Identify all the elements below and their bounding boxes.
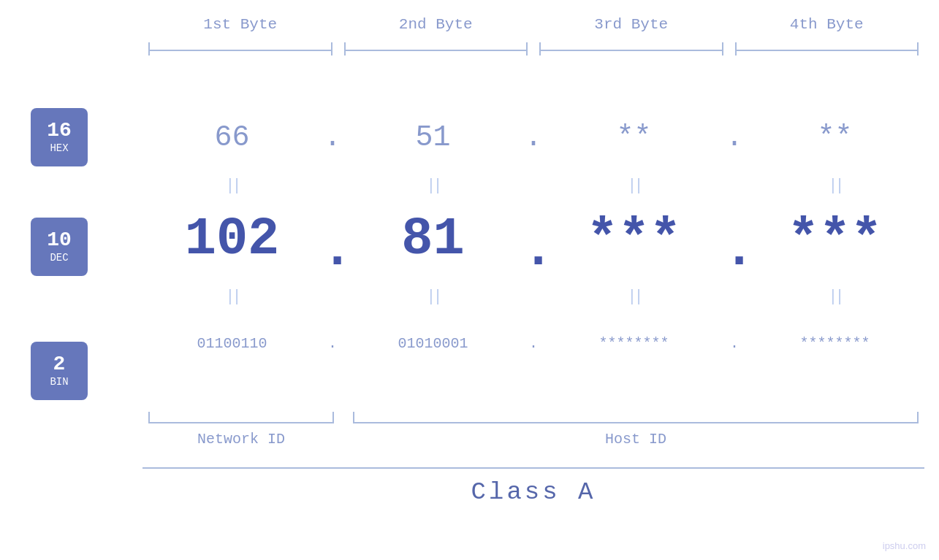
bin-dot3: . [723,335,745,352]
hex-b1: 66 [142,121,322,154]
page: 1st Byte 2nd Byte 3rd Byte 4th Byte [0,0,939,560]
bin-b1: 01100110 [142,335,322,352]
class-bracket-line [142,467,924,469]
dec-dot1: . [322,199,343,280]
dec-dot3: . [723,199,745,280]
hex-b2: 51 [343,121,522,154]
eq8: || [745,288,924,306]
dec-b3: *** [544,210,723,269]
byte2-header: 2nd Byte [338,16,534,33]
hex-b3: ** [544,121,723,154]
eq4: || [745,177,924,195]
bin-badge-num: 2 [53,354,66,375]
hex-b4: ** [745,121,924,154]
bin-badge-label: BIN [50,376,68,388]
bin-b3: ******** [544,335,723,352]
eq1: || [142,177,322,195]
dec-b1: 102 [142,210,322,269]
bin-b4: ******** [745,335,924,352]
eq6: || [343,288,522,306]
bin-dot2: . [522,335,544,352]
hex-badge-label: HEX [50,142,68,154]
byte3-header: 3rd Byte [533,16,729,33]
class-label: Class A [142,478,924,506]
host-id-label: Host ID [347,431,924,448]
dec-badge: 10 DEC [31,218,88,276]
dec-dot2: . [522,199,544,280]
dec-badge-label: DEC [50,252,68,264]
dec-b4: *** [745,210,924,269]
dec-badge-num: 10 [47,230,72,250]
byte1-header: 1st Byte [142,16,338,33]
hex-badge: 16 HEX [31,108,88,166]
hex-dot3: . [723,121,745,154]
network-id-label: Network ID [142,431,340,448]
bin-badge: 2 BIN [31,342,88,400]
eq2: || [343,177,522,195]
hex-badge-num: 16 [47,120,72,141]
watermark: ipshu.com [883,540,926,551]
eq7: || [544,288,723,306]
bin-b2: 01010001 [343,335,522,352]
hex-dot1: . [322,121,343,154]
eq5: || [142,288,322,306]
byte4-header: 4th Byte [729,16,925,33]
eq3: || [544,177,723,195]
bin-dot1: . [322,335,343,352]
hex-dot2: . [522,121,544,154]
dec-b2: 81 [343,210,522,269]
